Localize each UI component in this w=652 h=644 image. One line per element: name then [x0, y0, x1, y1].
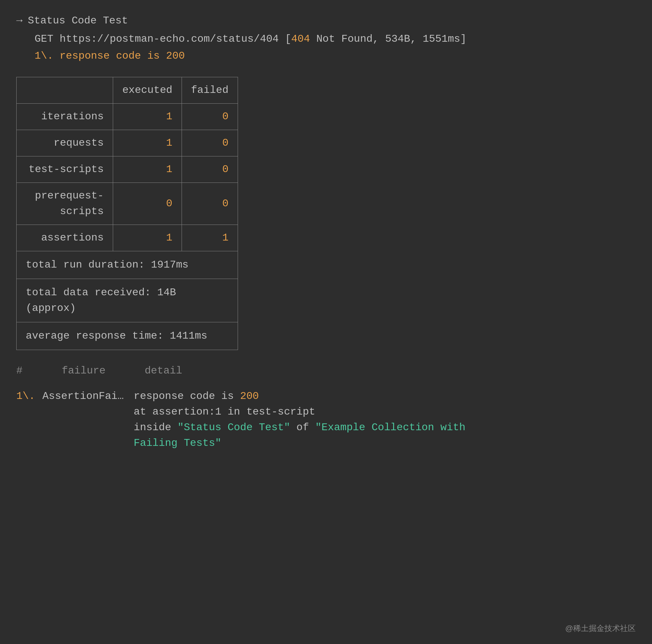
row-failed: 0	[182, 157, 238, 183]
watermark: @稀土掘金技术社区	[565, 622, 636, 634]
table-row: requests10	[17, 130, 238, 157]
row-label: assertions	[17, 225, 113, 251]
failures-header: # failure detail	[16, 363, 636, 379]
title-line: → Status Code Test	[16, 13, 636, 29]
detail-line-2: at assertion:1 in test-script	[134, 404, 465, 420]
footer-cell: total run duration: 1917ms	[17, 251, 238, 279]
row-executed: 0	[113, 183, 182, 225]
row-executed: 1	[113, 157, 182, 183]
get-line: GET https://postman-echo.com/status/404 …	[34, 31, 636, 47]
failure-num: 1\.	[16, 389, 43, 404]
assertion-prefix: 1\. response code is	[34, 50, 166, 62]
table-row: prerequest-scripts00	[17, 183, 238, 225]
col-hash: #	[16, 363, 23, 379]
table-header-executed: executed	[113, 77, 182, 104]
row-executed: 1	[113, 104, 182, 130]
footer-cell: average response time: 1411ms	[17, 322, 238, 350]
table-header-failed: failed	[182, 77, 238, 104]
col-failure: failure	[62, 363, 105, 379]
assertion-value: 200	[166, 50, 185, 62]
table-row: iterations10	[17, 104, 238, 130]
table-header-label	[17, 77, 113, 104]
table-footer-row: total run duration: 1917ms	[17, 251, 238, 279]
status-code: 404	[291, 33, 310, 45]
failure-type: AssertionFai…	[43, 389, 134, 404]
row-failed: 0	[182, 130, 238, 157]
row-executed: 1	[113, 225, 182, 251]
table-footer-row: average response time: 1411ms	[17, 322, 238, 350]
get-label-rest: Not Found, 534B, 1551ms]	[310, 33, 466, 45]
failure-item: 1\.AssertionFai…response code is 200at a…	[16, 389, 636, 451]
detail-line-4: Failing Tests"	[134, 436, 465, 451]
row-failed: 1	[182, 225, 238, 251]
stats-table: executed failed iterations10requests10te…	[16, 77, 238, 350]
row-failed: 0	[182, 183, 238, 225]
failure-detail: response code is 200at assertion:1 in te…	[134, 389, 465, 451]
test-title: Status Code Test	[28, 13, 128, 29]
footer-cell: total data received: 14B (approx)	[17, 279, 238, 322]
table-row: test-scripts10	[17, 157, 238, 183]
row-label: iterations	[17, 104, 113, 130]
table-footer-row: total data received: 14B (approx)	[17, 279, 238, 322]
row-label: test-scripts	[17, 157, 113, 183]
row-failed: 0	[182, 104, 238, 130]
arrow-icon: →	[16, 13, 23, 29]
failures-list: 1\.AssertionFai…response code is 200at a…	[16, 389, 636, 451]
row-executed: 1	[113, 130, 182, 157]
get-label: GET https://postman-echo.com/status/404 …	[34, 33, 291, 45]
table-row: assertions11	[17, 225, 238, 251]
failures-section: # failure detail 1\.AssertionFai…respons…	[16, 363, 636, 451]
detail-line-3: inside "Status Code Test" of "Example Co…	[134, 420, 465, 436]
row-label: prerequest-scripts	[17, 183, 113, 225]
table-header-row: executed failed	[17, 77, 238, 104]
assertion-line: 1\. response code is 200	[34, 48, 636, 64]
row-label: requests	[17, 130, 113, 157]
detail-line-1: response code is 200	[134, 389, 465, 404]
col-detail: detail	[145, 363, 182, 379]
